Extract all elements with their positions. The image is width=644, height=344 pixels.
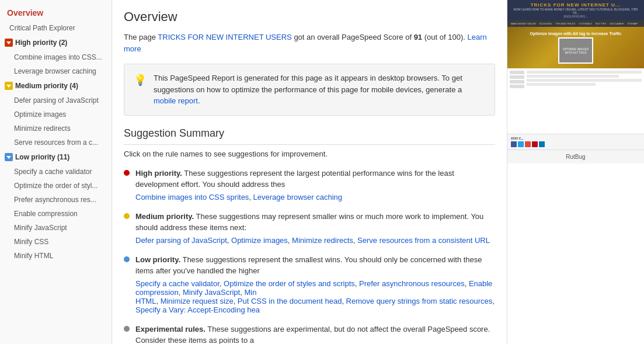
link-remove-query[interactable]: Remove query strings from static resourc… <box>346 297 493 305</box>
sidebar-item-minify-html[interactable]: Minify HTML <box>0 249 112 263</box>
sidebar-item-serve-resources[interactable]: Serve resources from a c... <box>0 135 112 150</box>
page-description: The page TRICKS FOR NEW INTERNET USERS g… <box>124 32 495 54</box>
preview-gp-icon <box>525 141 531 147</box>
preview-text-line <box>527 79 642 82</box>
link-minimize-request[interactable]: Minimize request size <box>161 297 234 305</box>
chevron-down-icon-medium <box>5 82 13 90</box>
chevron-down-icon-low <box>5 153 13 161</box>
sidebar-low-priority-label: Low priority (11) <box>15 153 69 161</box>
sidebar-item-minify-js[interactable]: Minify JavaScript <box>0 221 112 235</box>
experimental-section: Experimental rules. These suggestions ar… <box>124 324 495 345</box>
low-priority-text: Low priority. These suggestions represen… <box>135 254 495 277</box>
preview-content-area <box>507 68 644 134</box>
page-desc-prefix: The page <box>124 33 158 41</box>
sidebar-item-minify-css[interactable]: Minify CSS <box>0 235 112 249</box>
sidebar-medium-priority-items: Defer parsing of JavaScript Optimize ima… <box>0 93 112 150</box>
preview-side-item <box>510 75 524 79</box>
sidebar-item-minimize-redirects[interactable]: Minimize redirects <box>0 121 112 135</box>
preview-caption: RutBug <box>507 150 644 164</box>
low-priority-links: Specify a cache validator, Optimize the … <box>135 279 495 297</box>
sidebar-item-cache-validator[interactable]: Specify a cache validator <box>0 165 112 179</box>
preview-hero-title: Optimize Images with Alt tag to increase… <box>511 32 640 36</box>
preview-site-subtitle: NOW LEARN HOW TO MAKE MONEY ONLINE, LATE… <box>511 8 640 15</box>
low-priority-desc: These suggestions represent the smallest… <box>135 255 482 276</box>
preview-hero-area: Optimize Images with Alt tag to increase… <box>507 27 644 68</box>
link-minimize-redirects[interactable]: Minimize redirects <box>292 236 353 245</box>
sidebar-high-priority-header[interactable]: High priority (2) <box>0 35 112 50</box>
link-optimize-order[interactable]: Optimize the order of styles and scripts <box>224 279 355 288</box>
link-html[interactable]: HTML <box>135 297 156 305</box>
link-specify-vary[interactable]: Specify a Vary: Accept-Encoding hea <box>135 305 260 314</box>
preview-hero-img: OPTIMIZE IMAGES WITH ALT TAGS <box>558 37 593 64</box>
link-defer-parsing[interactable]: Defer parsing of JavaScript <box>135 236 227 245</box>
preview-site-header: TRICKS FOR NEW INTERNET U... NOW LEARN H… <box>507 0 644 20</box>
link-put-css[interactable]: Put CSS in the document head <box>238 297 342 305</box>
low-priority-links2: HTML, Minimize request size, Put CSS in … <box>135 297 495 314</box>
page-score-suffix: (out of 100). <box>422 33 467 41</box>
sidebar-item-defer-parsing[interactable]: Defer parsing of JavaScript <box>0 93 112 107</box>
preview-text-line <box>527 71 642 74</box>
preview-site-title: TRICKS FOR NEW INTERNET U... <box>511 2 640 8</box>
experimental-label: Experimental rules. <box>135 325 206 333</box>
sidebar: Overview Critical Path Explorer High pri… <box>0 0 112 344</box>
bulb-icon: 💡 <box>134 74 147 86</box>
sidebar-item-prefer-async[interactable]: Prefer asynchronous res... <box>0 193 112 207</box>
preview-pin-icon <box>532 141 538 147</box>
medium-priority-links: Defer parsing of JavaScript, Optimize im… <box>135 236 495 245</box>
high-priority-dot <box>124 170 130 176</box>
medium-priority-text: Medium priority. These suggestions may r… <box>135 211 495 234</box>
high-priority-content: High priority. These suggestions represe… <box>135 168 495 201</box>
info-box: 💡 This PageSpeed Report is generated for… <box>124 64 495 116</box>
link-combine-images[interactable]: Combine images into CSS sprites <box>135 193 249 201</box>
preview-site-sub2: ENGLISHGURU... <box>511 15 640 18</box>
sidebar-item-optimize-images[interactable]: Optimize images <box>0 107 112 121</box>
sidebar-item-leverage-caching[interactable]: Leverage browser caching <box>0 64 112 78</box>
sidebar-item-combine-images[interactable]: Combine images into CSS... <box>0 50 112 64</box>
sidebar-item-critical-path[interactable]: Critical Path Explorer <box>0 21 112 35</box>
medium-priority-label: Medium priority. <box>135 212 194 221</box>
sidebar-low-priority-header[interactable]: Low priority (11) <box>0 150 112 165</box>
sidebar-medium-priority-header[interactable]: Medium priority (4) <box>0 78 112 93</box>
preview-image: TRICKS FOR NEW INTERNET U... NOW LEARN H… <box>507 0 644 164</box>
page-score: 91 <box>414 33 422 41</box>
high-priority-text: High priority. These suggestions represe… <box>135 168 495 190</box>
link-cache-validator[interactable]: Specify a cache validator <box>135 279 220 288</box>
chevron-down-icon <box>5 39 13 47</box>
preview-stay-label: STAY C... <box>511 137 640 140</box>
high-priority-links: Combine images into CSS sprites, Leverag… <box>135 193 495 201</box>
medium-priority-section: Medium priority. These suggestions may r… <box>124 211 495 245</box>
preview-panel: TRICKS FOR NEW INTERNET U... NOW LEARN H… <box>507 0 644 344</box>
experimental-content: Experimental rules. These suggestions ar… <box>135 324 495 345</box>
sidebar-item-enable-compression[interactable]: Enable compression <box>0 207 112 221</box>
page-desc-score: got an overall PageSpeed Score of <box>292 33 414 41</box>
main-content: Overview The page TRICKS FOR NEW INTERNE… <box>112 0 507 344</box>
preview-social-icons <box>511 141 640 147</box>
preview-caption-text: RutBug <box>566 154 585 160</box>
link-minify-js[interactable]: Minify JavaScript <box>183 288 240 297</box>
preview-tw-icon <box>518 141 524 147</box>
link-leverage-caching[interactable]: Leverage browser caching <box>253 193 342 201</box>
preview-stay-connected: STAY C... <box>507 134 644 150</box>
link-min-html[interactable]: Min <box>244 288 256 297</box>
sidebar-overview[interactable]: Overview <box>0 5 112 21</box>
page-link[interactable]: TRICKS FOR NEW INTERNET USERS <box>158 33 291 41</box>
experimental-text: Experimental rules. These suggestions ar… <box>135 324 495 345</box>
experimental-dot <box>124 326 130 332</box>
link-optimize-images[interactable]: Optimize images <box>231 236 288 245</box>
sidebar-low-priority-items: Specify a cache validator Optimize the o… <box>0 165 112 263</box>
suggestion-summary-title: Suggestion Summary <box>124 127 495 145</box>
sidebar-item-optimize-order[interactable]: Optimize the order of styl... <box>0 179 112 193</box>
high-priority-label: High priority. <box>135 169 182 178</box>
medium-priority-content: Medium priority. These suggestions may r… <box>135 211 495 245</box>
preview-nav-bar: MAKE MONEY ONLINE BLOGGING TIPS AND TRIC… <box>507 20 644 27</box>
high-priority-desc: These suggestions represent the largest … <box>135 169 454 189</box>
suggestion-summary-desc: Click on the rule names to see suggestio… <box>124 150 495 158</box>
preview-text-line <box>527 75 619 78</box>
link-serve-resources[interactable]: Serve resources from a consistent URL <box>357 236 490 245</box>
preview-side-item <box>510 85 524 88</box>
info-box-text: This PageSpeed Report is generated for t… <box>154 72 485 107</box>
sidebar-high-priority-items: Combine images into CSS... Leverage brow… <box>0 50 112 78</box>
preview-li-icon <box>539 141 545 147</box>
link-prefer-async[interactable]: Prefer asynchronous resources <box>359 279 465 288</box>
mobile-report-link[interactable]: mobile report <box>154 96 198 105</box>
